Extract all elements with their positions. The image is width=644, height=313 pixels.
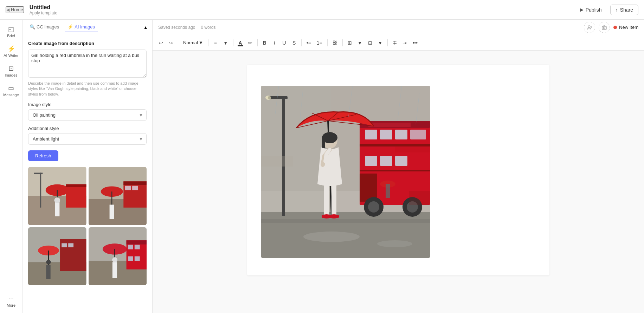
thumbnail-2[interactable] (89, 167, 147, 225)
share-icon: ↑ (616, 7, 618, 13)
indent-icon: ⇥ (402, 40, 407, 46)
panel-scroll-up[interactable]: ▲ (143, 25, 148, 30)
share-button[interactable]: ↑ Share (610, 5, 638, 15)
editor-page (247, 65, 549, 275)
sidebar-item-more[interactable]: ··· More (1, 292, 21, 310)
thumbnail-3[interactable] (28, 227, 86, 286)
camera-icon-btn[interactable] (599, 22, 610, 33)
svg-rect-77 (322, 138, 325, 148)
svg-rect-3 (34, 173, 43, 174)
undo-button[interactable]: ↩ (157, 39, 165, 47)
panel-tabs: 🔍 CC images ⚡ AI images ▲ (22, 20, 152, 35)
table-button[interactable]: ⊟ (366, 39, 374, 47)
icon-sidebar: ◱ Brief ⚡ AI Writer ⊡ Images ▭ Message ·… (0, 20, 22, 313)
font-color-button[interactable]: A (236, 39, 245, 47)
title-block: Untitled Apply template (30, 4, 57, 15)
top-nav: ◀ Home Untitled Apply template ▶ Publish… (0, 0, 644, 20)
home-button[interactable]: ◀ Home (6, 6, 24, 13)
collaborator-icon-btn[interactable] (584, 22, 595, 33)
additional-style-label: Additional style (28, 126, 147, 131)
refresh-button[interactable]: Refresh (28, 150, 58, 161)
strikethrough-button[interactable]: S (290, 39, 298, 47)
svg-rect-30 (126, 240, 147, 269)
description-textarea[interactable]: Girl holding a red umbrella in the rain … (28, 50, 147, 78)
thumbnail-grid (28, 167, 147, 291)
svg-rect-32 (128, 244, 133, 249)
italic-button[interactable]: I (270, 39, 279, 47)
svg-rect-92 (409, 191, 430, 205)
link-button[interactable]: ⛓ (330, 39, 340, 47)
align-icon: ≡ (214, 40, 217, 46)
highlight-icon: ✏ (248, 40, 252, 46)
table-icon: ⊟ (368, 40, 372, 46)
svg-rect-2 (40, 173, 41, 208)
indent-button[interactable]: ⇥ (400, 39, 409, 47)
additional-style-select-wrap: Ambient light Dramatic light Soft focus … (28, 133, 147, 145)
strikethrough-icon: S (292, 40, 296, 46)
clear-format-icon: T̶ (393, 40, 397, 46)
toolbar-divider-8 (387, 39, 388, 46)
redo-button[interactable]: ↪ (167, 39, 175, 47)
align-chevron-button[interactable]: ▼ (221, 39, 230, 47)
image-insert-icon: ⊞ (348, 40, 352, 46)
svg-rect-7 (66, 184, 86, 208)
tab-ai-images[interactable]: ⚡ AI images (65, 22, 98, 32)
svg-rect-79 (331, 183, 336, 216)
publish-button[interactable]: ▶ Publish (576, 5, 606, 15)
svg-rect-65 (268, 96, 288, 99)
sidebar-item-ai-writer[interactable]: ⚡ AI Writer (1, 42, 21, 60)
toolbar-divider-1 (178, 39, 178, 46)
underline-icon: U (283, 40, 286, 46)
svg-rect-78 (324, 183, 329, 216)
more-toolbar-button[interactable]: ••• (410, 39, 420, 47)
camera-icon (601, 25, 607, 30)
clear-format-button[interactable]: T̶ (391, 39, 399, 47)
sidebar-item-images[interactable]: ⊡ Images (1, 62, 21, 80)
thumbnail-4[interactable] (89, 227, 147, 286)
sidebar-item-message[interactable]: ▭ Message (1, 81, 21, 100)
numbered-list-icon: 1≡ (317, 40, 322, 46)
align-chevron-icon: ▼ (223, 40, 228, 46)
bullet-list-button[interactable]: •≡ (304, 39, 313, 47)
new-item-label: New Item (619, 25, 638, 30)
image-style-select[interactable]: Oil painting Watercolor Sketch Digital a… (28, 109, 147, 121)
bold-button[interactable]: B (260, 39, 269, 47)
sidebar-label-images: Images (5, 73, 17, 77)
message-icon: ▭ (8, 84, 14, 92)
svg-rect-33 (134, 244, 140, 249)
underline-button[interactable]: U (280, 39, 289, 47)
svg-rect-83 (329, 215, 339, 218)
align-button[interactable]: ≡ (211, 39, 220, 47)
word-count: 0 words (201, 25, 215, 30)
highlight-button[interactable]: ✏ (246, 39, 255, 47)
svg-point-21 (46, 260, 51, 264)
numbered-list-button[interactable]: 1≡ (315, 39, 324, 47)
tab-cc-images[interactable]: 🔍 CC images (27, 22, 62, 32)
svg-rect-51 (395, 130, 407, 139)
additional-style-select[interactable]: Ambient light Dramatic light Soft focus … (28, 133, 147, 145)
sidebar-item-brief[interactable]: ◱ Brief (1, 22, 21, 41)
svg-rect-5 (55, 202, 59, 216)
new-item-button[interactable]: New Item (613, 25, 638, 30)
image-chevron-button[interactable]: ▼ (355, 39, 365, 47)
user-add-icon (587, 25, 592, 30)
search-icon: 🔍 (30, 24, 35, 30)
svg-point-66 (265, 96, 271, 100)
table-chevron-button[interactable]: ▼ (376, 39, 385, 47)
style-dropdown-button[interactable]: Normal ▼ (181, 39, 205, 47)
doc-title[interactable]: Untitled (30, 4, 57, 11)
svg-rect-52 (410, 130, 426, 139)
publish-icon: ▶ (580, 7, 584, 12)
apply-template-link[interactable]: Apply template (30, 11, 57, 15)
image-button[interactable]: ⊞ (346, 39, 354, 47)
svg-point-38 (604, 27, 605, 29)
images-icon: ⊡ (8, 65, 14, 72)
style-label: Normal (183, 40, 198, 45)
svg-rect-49 (365, 130, 377, 139)
thumbnail-1[interactable] (28, 167, 86, 225)
svg-point-45 (303, 232, 360, 242)
content-scroll[interactable] (153, 51, 644, 313)
svg-rect-55 (395, 156, 407, 166)
top-nav-left: ◀ Home Untitled Apply template (6, 4, 57, 15)
sidebar-label-more: More (7, 303, 15, 307)
